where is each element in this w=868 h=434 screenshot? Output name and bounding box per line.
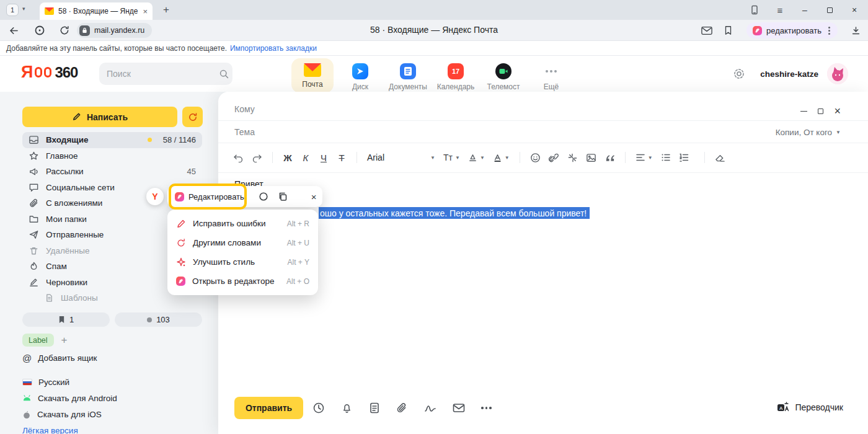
ai-toolbar: Редактировать × bbox=[167, 186, 322, 207]
menu-item-label: Исправить ошибки bbox=[193, 219, 266, 228]
translator-button[interactable]: А Переводчик bbox=[777, 402, 843, 413]
ios-link[interactable]: Скачать для iOS bbox=[22, 409, 117, 419]
ai-edit-button[interactable]: Редактировать bbox=[175, 192, 244, 202]
cc-from-toggle[interactable]: Копии, От кого ▼ bbox=[776, 128, 841, 137]
service-more[interactable]: Ещё bbox=[530, 58, 572, 91]
search-box[interactable] bbox=[99, 63, 232, 85]
window-maximize-button[interactable] bbox=[817, 0, 842, 20]
language-link[interactable]: Русский bbox=[22, 377, 117, 387]
signature-icon[interactable] bbox=[424, 402, 436, 414]
text-color-button[interactable]: ▼ bbox=[493, 153, 510, 162]
bullet-list-icon[interactable] bbox=[661, 153, 671, 162]
service-telemost[interactable]: Телемост bbox=[482, 58, 525, 91]
close-icon[interactable]: × bbox=[311, 192, 317, 202]
chevron-down-icon[interactable]: ▾ bbox=[22, 6, 25, 12]
yandex-360-logo[interactable]: Я 360 bbox=[21, 64, 78, 81]
username[interactable]: cheshire-katze bbox=[760, 69, 818, 79]
new-tab-button[interactable]: + bbox=[159, 2, 174, 17]
url-field[interactable]: mail.yandex.ru bbox=[77, 23, 152, 38]
sidebar-item-main[interactable]: Главное bbox=[22, 148, 202, 164]
link-icon[interactable] bbox=[549, 153, 559, 163]
menu-item-open-editor[interactable]: Открыть в редакторе Alt + O bbox=[167, 272, 318, 291]
more-vertical-icon[interactable] bbox=[828, 30, 830, 32]
search-icon[interactable] bbox=[219, 69, 229, 79]
italic-button[interactable]: К bbox=[301, 153, 311, 163]
postcard-icon[interactable] bbox=[453, 403, 465, 413]
bold-button[interactable]: Ж bbox=[283, 153, 293, 163]
compose-button[interactable]: Написать bbox=[22, 107, 177, 127]
menu-item-fix-errors[interactable]: Исправить ошибки Alt + R bbox=[167, 214, 318, 233]
reload-icon[interactable] bbox=[57, 23, 72, 38]
send-to-device-icon[interactable] bbox=[748, 4, 761, 16]
download-icon[interactable] bbox=[848, 23, 863, 38]
android-link[interactable]: Скачать для Android bbox=[22, 393, 117, 403]
add-mailbox[interactable]: @ Добавить ящик bbox=[22, 353, 97, 363]
menu-item-rephrase[interactable]: Другими словами Alt + U bbox=[167, 233, 318, 252]
close-icon[interactable]: × bbox=[834, 105, 841, 117]
browser-tab-bar: 1 ▾ 58 · Входящие — Янде × + ≡ – × bbox=[0, 0, 868, 20]
eraser-icon[interactable] bbox=[715, 153, 725, 162]
highlight-color-button[interactable]: ▼ bbox=[468, 153, 485, 162]
folder-label: С вложениями bbox=[46, 198, 102, 208]
browser-edit-button[interactable]: редактировать bbox=[746, 22, 838, 38]
back-icon[interactable] bbox=[6, 23, 21, 38]
selected-text[interactable]: ошо у остальных кажется тоже. Передавай … bbox=[319, 207, 590, 219]
window-minimize-button[interactable]: – bbox=[792, 0, 817, 20]
refresh-button[interactable] bbox=[182, 107, 203, 127]
folder-count: 58 / 1146 bbox=[163, 135, 196, 144]
lock-icon[interactable] bbox=[79, 25, 90, 36]
tab-group-button[interactable]: 1 bbox=[6, 4, 19, 16]
light-version-link[interactable]: Лёгкая версия bbox=[22, 425, 117, 434]
more-options-icon[interactable] bbox=[481, 407, 492, 409]
subject-field[interactable]: Тема bbox=[234, 127, 255, 137]
label-tag[interactable]: Label bbox=[22, 334, 54, 347]
search-input[interactable] bbox=[107, 69, 219, 79]
font-size-select[interactable]: Tт ▼ bbox=[443, 153, 460, 162]
expand-icon[interactable] bbox=[818, 108, 823, 114]
sidebar-item-inbox[interactable]: Входящие 58 / 1146 bbox=[22, 132, 202, 148]
browser-tab[interactable]: 58 · Входящие — Янде × bbox=[40, 2, 153, 20]
template-icon[interactable] bbox=[369, 402, 380, 414]
underline-button[interactable]: Ч bbox=[319, 153, 329, 163]
protect-icon[interactable] bbox=[32, 23, 47, 38]
compose-footer-icons bbox=[312, 397, 492, 419]
send-button[interactable]: Отправить bbox=[234, 397, 303, 419]
menu-item-improve-style[interactable]: Улучшить стиль Alt + Y bbox=[167, 252, 318, 272]
redo-icon[interactable] bbox=[252, 153, 262, 162]
avatar[interactable] bbox=[827, 63, 848, 84]
bell-icon[interactable] bbox=[341, 402, 353, 414]
align-button[interactable]: ▼ bbox=[636, 153, 653, 162]
to-field[interactable]: Кому bbox=[234, 104, 255, 114]
sidebar-item-newsletters[interactable]: Рассылки 45 bbox=[22, 164, 202, 180]
window-close-button[interactable]: × bbox=[842, 0, 867, 20]
service-calendar[interactable]: 17 Календарь bbox=[435, 58, 477, 91]
unread-pill[interactable]: 103 bbox=[115, 312, 202, 327]
tab-close-icon[interactable]: × bbox=[143, 7, 148, 16]
undo-icon[interactable] bbox=[233, 153, 244, 162]
add-label-icon[interactable]: + bbox=[61, 334, 68, 347]
service-disk[interactable]: Диск bbox=[339, 58, 381, 91]
copy-icon[interactable] bbox=[278, 192, 288, 202]
font-family-select[interactable]: Arial ▼ bbox=[367, 153, 435, 162]
clock-icon[interactable] bbox=[312, 402, 325, 414]
strikethrough-button[interactable]: Т bbox=[337, 153, 347, 163]
numbered-list-icon[interactable] bbox=[679, 153, 689, 162]
emoji-icon[interactable] bbox=[530, 153, 541, 163]
docs-service-icon bbox=[400, 63, 416, 79]
mail-toolbar-icon[interactable] bbox=[699, 23, 714, 38]
bookmark-icon[interactable] bbox=[720, 23, 735, 38]
browser-menu-icon[interactable]: ≡ bbox=[773, 4, 787, 16]
flagged-pill[interactable]: 1 bbox=[22, 312, 110, 327]
yandex-ai-badge[interactable]: Y bbox=[146, 188, 164, 205]
minimize-icon[interactable] bbox=[800, 111, 807, 112]
divider bbox=[218, 120, 868, 121]
quote-icon[interactable] bbox=[604, 153, 615, 162]
import-bookmarks-link[interactable]: Импортировать закладки bbox=[230, 44, 317, 53]
ai-circle-icon[interactable] bbox=[259, 192, 268, 202]
gear-icon[interactable] bbox=[733, 68, 745, 80]
attach-icon[interactable] bbox=[396, 402, 408, 414]
service-mail[interactable]: Почта bbox=[291, 58, 334, 93]
service-docs[interactable]: Документы bbox=[387, 58, 429, 91]
image-icon[interactable] bbox=[586, 153, 596, 163]
unlink-icon[interactable] bbox=[567, 153, 578, 163]
